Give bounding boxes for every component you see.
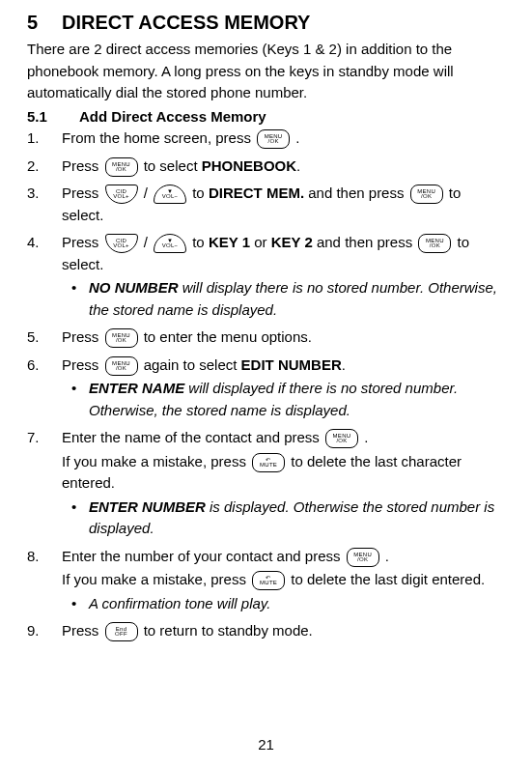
menu-ok-key-icon: MENU/OK	[325, 429, 358, 448]
text: Press	[62, 622, 103, 639]
text: and then press	[313, 234, 417, 250]
step-4-note: • NO NUMBER will display there is no sto…	[62, 277, 505, 321]
text: or	[250, 234, 271, 250]
text: to	[192, 185, 209, 201]
down-key-icon: ▼VOL−	[154, 185, 186, 204]
mute-key-icon: ↶MUTE	[252, 453, 285, 472]
menu-ok-key-icon: MENU/OK	[105, 328, 138, 348]
step-number: 2.	[27, 156, 40, 178]
step-7-cont: If you make a mistake, press ↶MUTE to de…	[62, 451, 505, 495]
subsection-title: Add Direct Access Memory	[79, 108, 266, 125]
menu-ok-key-icon: MENU/OK	[418, 234, 451, 253]
mute-key-icon: ↶MUTE	[252, 571, 285, 590]
step-6: 6. Press MENU/OK again to select EDIT NU…	[27, 355, 505, 422]
text: .	[364, 429, 368, 445]
step-6-note: • ENTER NAME will displayed if there is …	[62, 378, 505, 421]
text: Press	[62, 157, 103, 174]
step-7: 7. Enter the name of the contact and pre…	[27, 427, 505, 540]
menu-ok-key-icon: MENU/OK	[105, 157, 138, 177]
menu-ok-key-icon: MENU/OK	[105, 356, 138, 376]
text: and then press	[304, 185, 408, 201]
text: to enter the menu options.	[144, 328, 312, 345]
text: .	[342, 356, 346, 373]
step-1: 1. From the home screen, press MENU/OK .	[27, 128, 505, 150]
step-3: 3. Press CIDVOL+ / ▼VOL− to DIRECT MEM. …	[27, 183, 505, 226]
off-key-icon: EndOFF	[105, 622, 138, 641]
section-heading: 5DIRECT ACCESS MEMORY	[27, 8, 505, 37]
menu-ok-key-icon: MENU/OK	[347, 548, 379, 567]
bold-text: PHONEBOOK	[202, 157, 296, 174]
step-number: 8.	[27, 546, 40, 568]
text: .	[296, 157, 300, 174]
text: again to select	[144, 356, 241, 373]
step-4: 4. Press CIDVOL+ / ▼VOL− to KEY 1 or KEY…	[27, 232, 505, 321]
text: .	[385, 548, 389, 564]
text: .	[295, 129, 299, 146]
text: If you make a mistake, press	[62, 453, 250, 469]
text: Press	[62, 356, 103, 373]
text: Press	[62, 234, 103, 250]
steps-list: 1. From the home screen, press MENU/OK .…	[27, 128, 505, 642]
italic-text: A confirmation tone will play.	[89, 595, 270, 611]
text: to return to standby mode.	[144, 622, 313, 639]
step-number: 7.	[27, 427, 40, 449]
bold-italic-text: ENTER NAME	[89, 380, 184, 396]
down-key-icon: ▼VOL−	[154, 234, 186, 253]
bold-text: KEY 1	[209, 234, 250, 250]
menu-ok-key-icon: MENU/OK	[410, 185, 443, 204]
bold-italic-text: NO NUMBER	[89, 279, 179, 296]
text: If you make a mistake, press	[62, 571, 250, 587]
bullet-icon: •	[71, 378, 76, 400]
step-2: 2. Press MENU/OK to select PHONEBOOK.	[27, 156, 505, 178]
text: /	[144, 234, 152, 250]
page-number: 21	[0, 734, 532, 756]
step-8: 8. Enter the number of your contact and …	[27, 546, 505, 615]
step-number: 9.	[27, 620, 40, 642]
text: to	[192, 234, 209, 250]
step-number: 4.	[27, 232, 40, 254]
bullet-icon: •	[71, 593, 76, 615]
text: Enter the number of your contact and pre…	[62, 548, 345, 564]
section-title: DIRECT ACCESS MEMORY	[62, 12, 310, 33]
up-key-icon: CIDVOL+	[105, 234, 138, 253]
step-5: 5. Press MENU/OK to enter the menu optio…	[27, 327, 505, 349]
bold-text: KEY 2	[271, 234, 313, 250]
text: Press	[62, 185, 103, 201]
text: to delete the last digit entered.	[291, 571, 485, 587]
bullet-icon: •	[71, 497, 76, 519]
step-number: 5.	[27, 327, 40, 349]
section-number: 5	[27, 8, 62, 37]
bold-italic-text: ENTER NUMBER	[89, 498, 206, 515]
step-number: 1.	[27, 128, 40, 150]
text: Press	[62, 328, 103, 345]
step-8-cont: If you make a mistake, press ↶MUTE to de…	[62, 569, 505, 591]
step-9: 9. Press EndOFF to return to standby mod…	[27, 620, 505, 642]
intro-text: There are 2 direct access memories (Keys…	[27, 39, 505, 104]
step-8-note: • A confirmation tone will play.	[62, 593, 505, 615]
subsection-number: 5.1	[27, 106, 79, 128]
menu-ok-key-icon: MENU/OK	[257, 129, 290, 149]
text: Enter the name of the contact and press	[62, 429, 323, 445]
bold-text: DIRECT MEM.	[209, 185, 304, 201]
text: to select	[144, 157, 202, 174]
bold-text: EDIT NUMBER	[241, 356, 342, 373]
bullet-icon: •	[71, 277, 76, 299]
step-7-note: • ENTER NUMBER is displayed. Otherwise t…	[62, 497, 505, 540]
step-number: 3.	[27, 183, 40, 205]
step-number: 6.	[27, 355, 40, 377]
text: /	[144, 185, 152, 201]
text: From the home screen, press	[62, 129, 255, 146]
subsection-heading: 5.1Add Direct Access Memory	[27, 106, 505, 128]
up-key-icon: CIDVOL+	[105, 185, 138, 204]
